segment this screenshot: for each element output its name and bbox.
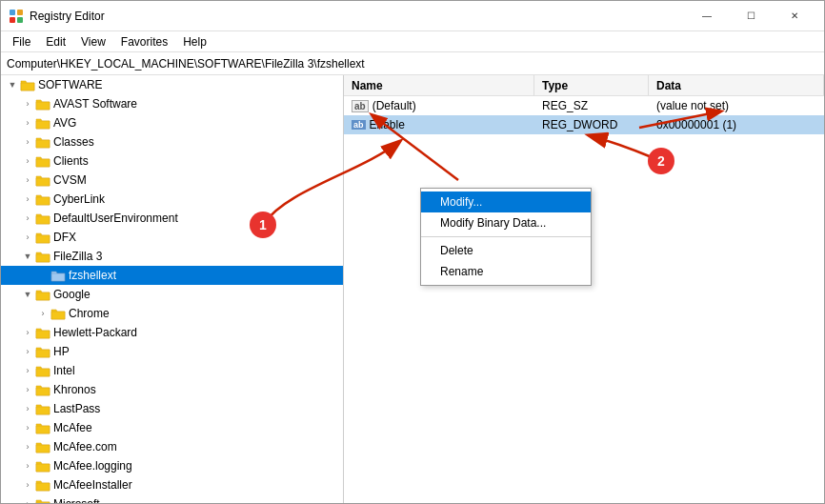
expand-icon: › xyxy=(20,461,35,471)
cell-data-default: (value not set) xyxy=(649,99,824,112)
tree-item-avast[interactable]: › AVAST Software xyxy=(1,94,343,113)
tree-item-mcafee[interactable]: › McAfee xyxy=(1,418,343,437)
tree-label: Clients xyxy=(53,154,89,168)
expand-icon: › xyxy=(20,175,35,185)
tree-label: CyberLink xyxy=(53,192,105,206)
folder-icon xyxy=(35,116,50,130)
tree-label: LastPass xyxy=(53,402,100,415)
tree-item-intel[interactable]: › Intel xyxy=(1,361,343,380)
folder-icon xyxy=(50,269,66,282)
expand-icon: ▼ xyxy=(20,252,35,261)
registry-tree[interactable]: ▼ SOFTWARE › AVAST Software › xyxy=(1,75,344,503)
ctx-item-modify-binary[interactable]: Modify Binary Data... xyxy=(421,212,591,233)
folder-icon xyxy=(35,440,50,454)
registry-row-default[interactable]: ab (Default) REG_SZ (value not set) xyxy=(344,96,824,115)
tree-item-hp[interactable]: › Hewlett-Packard xyxy=(1,323,343,342)
expand-icon: › xyxy=(20,423,35,433)
tree-label: Google xyxy=(53,288,91,301)
app-icon xyxy=(9,9,24,24)
maximize-button[interactable]: ☐ xyxy=(729,1,773,31)
folder-icon xyxy=(35,459,50,473)
dword-icon: ab xyxy=(352,120,366,130)
expand-icon: › xyxy=(20,347,35,356)
tree-label: Khronos xyxy=(53,383,96,396)
tree-label: AVAST Software xyxy=(53,97,137,111)
expand-icon: › xyxy=(20,156,35,166)
menu-favorites[interactable]: Favorites xyxy=(113,33,175,50)
folder-icon xyxy=(35,364,50,377)
folder-icon xyxy=(35,402,50,415)
tree-item-microsoft[interactable]: › Microsoft xyxy=(1,494,343,503)
tree-item-fzshellext[interactable]: fzshellext xyxy=(1,266,343,285)
tree-label: HP xyxy=(53,345,70,358)
folder-icon xyxy=(35,250,50,263)
tree-item-mcafee-com[interactable]: › McAfee.com xyxy=(1,437,343,456)
folder-icon xyxy=(35,192,50,206)
tree-item-defaultuserenv[interactable]: › DefaultUserEnvironment xyxy=(1,209,343,228)
menu-bar: File Edit View Favorites Help xyxy=(1,31,824,52)
close-button[interactable]: ✕ xyxy=(773,1,816,31)
ctx-item-delete[interactable]: Delete xyxy=(421,240,591,261)
svg-rect-3 xyxy=(17,17,23,23)
tree-item-hp2[interactable]: › HP xyxy=(1,342,343,361)
folder-icon xyxy=(35,173,50,187)
expand-icon: › xyxy=(20,480,35,490)
tree-item-software[interactable]: ▼ SOFTWARE xyxy=(1,75,343,94)
folder-icon xyxy=(35,383,50,396)
folder-icon xyxy=(35,326,50,339)
registry-values-panel: Name Type Data ab (Default) REG_SZ (valu… xyxy=(344,75,824,503)
tree-item-avg[interactable]: › AVG xyxy=(1,113,343,132)
ctx-item-rename[interactable]: Rename xyxy=(421,261,591,282)
folder-icon xyxy=(35,212,50,225)
tree-item-khronos[interactable]: › Khronos xyxy=(1,380,343,399)
col-type: Type xyxy=(534,75,649,95)
folder-icon xyxy=(35,135,50,149)
tree-item-cyberlink[interactable]: › CyberLink xyxy=(1,190,343,209)
tree-label: Hewlett-Packard xyxy=(53,326,137,339)
folder-icon xyxy=(20,78,35,91)
window-title: Registry Editor xyxy=(30,10,685,23)
tree-item-filezilla[interactable]: ▼ FileZilla 3 xyxy=(1,247,343,266)
tree-label: FileZilla 3 xyxy=(53,250,102,263)
tree-label: McAfeeInstaller xyxy=(53,478,132,492)
menu-view[interactable]: View xyxy=(73,33,113,50)
title-bar: Registry Editor — ☐ ✕ xyxy=(1,1,824,31)
expand-icon: ▼ xyxy=(20,290,35,299)
expand-icon: ▼ xyxy=(5,80,20,90)
menu-file[interactable]: File xyxy=(5,33,38,50)
tree-item-classes[interactable]: › Classes xyxy=(1,132,343,151)
registry-row-enable[interactable]: ab Enable REG_DWORD 0x00000001 (1) xyxy=(344,115,824,134)
tree-label-software: SOFTWARE xyxy=(38,78,103,91)
tree-item-clients[interactable]: › Clients xyxy=(1,151,343,171)
tree-item-chrome[interactable]: › Chrome xyxy=(1,304,343,323)
context-menu: Modify... Modify Binary Data... Delete R… xyxy=(420,188,592,286)
expand-icon: › xyxy=(20,404,35,413)
col-name: Name xyxy=(344,75,534,95)
col-data: Data xyxy=(649,75,824,95)
tree-label: Intel xyxy=(53,364,75,377)
menu-help[interactable]: Help xyxy=(175,33,214,50)
tree-item-cvsm[interactable]: › CVSM xyxy=(1,171,343,190)
tree-label: Microsoft xyxy=(53,497,100,503)
ctx-item-modify[interactable]: Modify... xyxy=(421,192,591,212)
folder-icon xyxy=(35,345,50,358)
tree-item-mcafee-installer[interactable]: › McAfeeInstaller xyxy=(1,475,343,494)
tree-item-mcafee-logging[interactable]: › McAfee.logging xyxy=(1,456,343,475)
folder-icon xyxy=(35,497,50,503)
folder-icon xyxy=(35,97,50,111)
column-headers: Name Type Data xyxy=(344,75,824,96)
tree-label: DefaultUserEnvironment xyxy=(53,212,178,225)
folder-icon xyxy=(35,478,50,492)
folder-icon xyxy=(35,231,50,244)
expand-icon: › xyxy=(20,366,35,375)
minimize-button[interactable]: — xyxy=(685,1,729,31)
expand-icon: › xyxy=(20,137,35,147)
tree-label: McAfee.com xyxy=(53,440,117,454)
tree-item-google[interactable]: ▼ Google xyxy=(1,285,343,304)
menu-edit[interactable]: Edit xyxy=(38,33,73,50)
expand-icon: › xyxy=(20,442,35,452)
cell-data-enable: 0x00000001 (1) xyxy=(649,118,824,131)
cell-name-default: ab (Default) xyxy=(344,99,534,112)
tree-item-dfx[interactable]: › DFX xyxy=(1,228,343,247)
tree-item-lastpass[interactable]: › LastPass xyxy=(1,399,343,418)
